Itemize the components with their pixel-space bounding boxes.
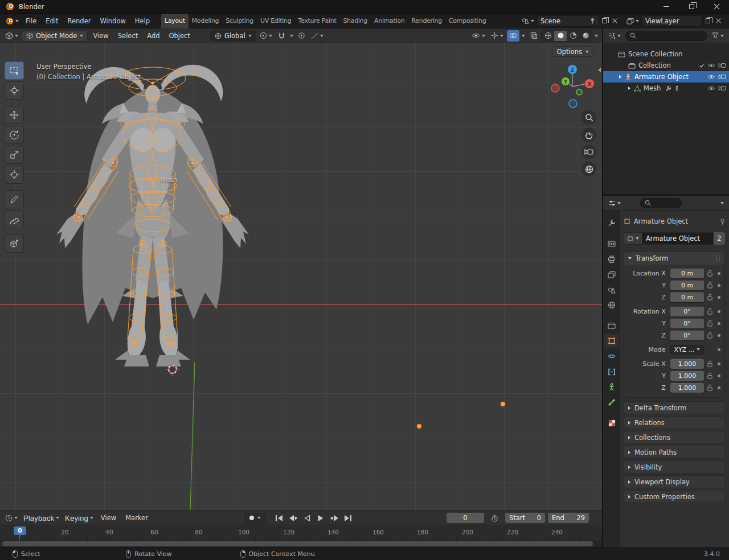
overlays-toggle[interactable] (507, 30, 519, 42)
frame-start-field[interactable]: Start 0 (505, 513, 545, 523)
outliner-row-collection[interactable]: Collection (603, 60, 729, 71)
viewlayer-browse-button[interactable] (624, 15, 641, 27)
viewlayer-remove-button[interactable] (713, 15, 723, 27)
tab-object-data[interactable] (604, 380, 619, 394)
play-button[interactable] (314, 513, 326, 523)
scene-browse-button[interactable] (519, 15, 536, 27)
scale-x-field[interactable]: 1.000 (670, 359, 704, 369)
animate-dot[interactable] (715, 363, 723, 365)
section-visibility[interactable]: Visibility (624, 460, 725, 473)
orthographic-toggle-button[interactable] (581, 162, 596, 176)
object-visibility-button[interactable] (469, 30, 488, 42)
animate-dot[interactable] (715, 348, 723, 351)
menu-help[interactable]: Help (130, 14, 154, 28)
section-custom-properties[interactable]: Custom Properties (624, 490, 725, 503)
animate-dot[interactable] (715, 322, 723, 325)
timeline-ruler[interactable]: 0 20 40 60 80 100 120 140 160 180 200 22… (0, 525, 602, 540)
section-delta-transform[interactable]: Delta Transform (624, 401, 725, 414)
outliner-row-armature-object[interactable]: Armature Object (603, 71, 729, 83)
tab-modeling[interactable]: Modeling (189, 14, 223, 28)
outliner-search-input[interactable] (625, 31, 707, 41)
expand-icon[interactable] (628, 87, 630, 90)
shading-wireframe-button[interactable] (542, 31, 554, 41)
jump-to-end-button[interactable] (342, 513, 354, 523)
scene-name-field[interactable]: Scene (536, 15, 599, 27)
outliner-filter-button[interactable] (710, 30, 726, 42)
playhead[interactable]: 0 (14, 526, 26, 535)
playback-menu[interactable]: Playback (21, 512, 62, 524)
proportional-falloff-button[interactable] (309, 30, 326, 42)
menu-edit[interactable]: Edit (41, 14, 63, 28)
drag-handle-icon[interactable] (716, 256, 720, 261)
hide-viewport-toggle[interactable] (707, 85, 715, 91)
lock-icon[interactable] (705, 372, 715, 379)
restore-button[interactable] (679, 0, 704, 14)
jump-to-start-button[interactable] (273, 513, 285, 523)
tab-uv-editing[interactable]: UV Editing (257, 14, 294, 28)
menu-add[interactable]: Add (143, 32, 163, 40)
tab-constraints[interactable] (604, 365, 619, 378)
orientation-dropdown[interactable]: Global (210, 30, 256, 42)
tab-object[interactable] (604, 334, 619, 348)
navigation-gizmo[interactable]: Z X Y (547, 64, 597, 112)
transform-panel-header[interactable]: Transform (624, 252, 724, 265)
section-collections[interactable]: Collections (624, 431, 725, 444)
tab-texture[interactable] (604, 416, 619, 430)
disable-render-toggle[interactable] (718, 74, 726, 80)
lock-icon[interactable] (705, 294, 715, 300)
gizmo-negative-y-axis[interactable] (576, 89, 582, 95)
gizmos-button[interactable] (489, 30, 506, 42)
menu-window[interactable]: Window (95, 14, 130, 28)
animate-dot[interactable] (715, 386, 723, 389)
lock-icon[interactable] (705, 320, 715, 327)
gizmo-negative-z-axis[interactable] (569, 100, 577, 108)
keying-menu[interactable]: Keying (63, 512, 96, 524)
rotation-mode-dropdown[interactable]: XYZ ... (670, 345, 705, 355)
snap-toggle-button[interactable] (276, 30, 288, 42)
tool-cursor[interactable] (5, 81, 24, 100)
disable-render-toggle[interactable] (718, 63, 726, 68)
rotation-x-field[interactable]: 0° (670, 307, 704, 316)
proportional-editing-button[interactable] (296, 30, 308, 42)
snap-settings-button[interactable] (289, 30, 294, 42)
tab-layout[interactable]: Layout (161, 14, 189, 28)
app-menu-button[interactable] (3, 15, 21, 27)
tool-rotate[interactable] (5, 126, 24, 144)
object-id-browse-button[interactable] (624, 232, 642, 245)
scene-unlink-button[interactable] (609, 15, 620, 27)
timeline-scrollbar[interactable] (0, 540, 602, 547)
preview-range-button[interactable] (489, 513, 501, 523)
tab-animation[interactable]: Animation (371, 14, 408, 28)
rotation-y-field[interactable]: 0° (670, 319, 704, 328)
tool-scale[interactable] (5, 146, 24, 164)
frame-end-field[interactable]: End 29 (548, 513, 589, 523)
timeline-editor-type-button[interactable] (3, 512, 20, 524)
object-name-field[interactable]: Armature Object (642, 232, 714, 245)
pin-icon[interactable] (720, 219, 725, 225)
tool-move[interactable] (5, 106, 24, 124)
lock-icon[interactable] (705, 332, 715, 339)
lock-icon[interactable] (705, 282, 715, 289)
lock-icon[interactable] (705, 384, 715, 391)
tab-world[interactable] (604, 298, 619, 312)
tab-render[interactable] (604, 237, 619, 250)
pivot-point-button[interactable] (257, 30, 275, 42)
section-motion-paths[interactable]: Motion Paths (624, 446, 725, 459)
menu-file[interactable]: File (21, 14, 41, 28)
next-keyframe-button[interactable] (328, 513, 340, 523)
tab-bone[interactable] (604, 396, 619, 409)
animate-dot[interactable] (715, 374, 723, 377)
section-relations[interactable]: Relations (624, 416, 725, 429)
current-frame-field[interactable]: 0 (447, 513, 484, 523)
rotation-z-field[interactable]: 0° (670, 331, 704, 340)
users-count-button[interactable]: 2 (714, 232, 725, 245)
outliner-row-scene-collection[interactable]: Scene Collection (603, 48, 729, 60)
close-button[interactable] (704, 0, 729, 14)
viewport-3d[interactable]: User Perspective (0) Collection | Armatu… (0, 43, 602, 510)
tab-sculpting[interactable]: Sculpting (222, 14, 257, 28)
pin-icon[interactable] (590, 18, 595, 24)
hide-viewport-toggle[interactable] (707, 74, 715, 80)
hide-viewport-toggle[interactable] (707, 63, 715, 68)
sidebar-toggle[interactable] (598, 66, 601, 74)
viewlayer-name-field[interactable]: ViewLayer (641, 15, 703, 27)
